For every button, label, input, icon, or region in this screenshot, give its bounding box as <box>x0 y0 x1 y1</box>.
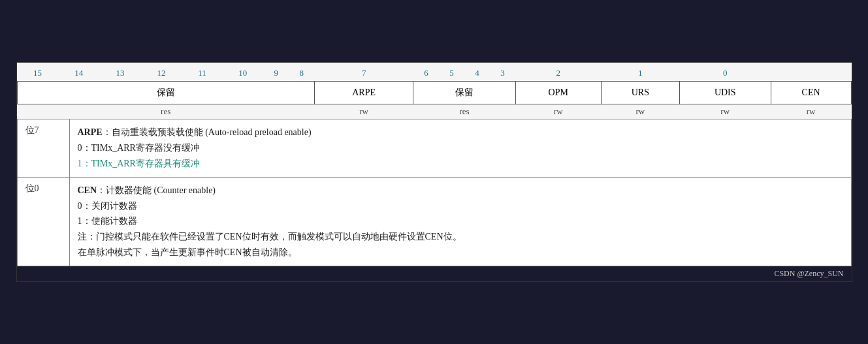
cen-bit-label: 位0 <box>17 177 69 266</box>
register-doc: 15 14 13 12 11 10 9 8 7 6 5 4 3 2 1 0 保留… <box>16 62 852 281</box>
bit-fields-row: 保留 ARPE 保留 OPM URS UDIS CEN <box>17 82 851 104</box>
arpe-bit-number: 位7 <box>25 125 39 135</box>
access-rw-opm: rw <box>515 104 601 119</box>
access-res-high: res <box>17 104 314 119</box>
bit-2: 2 <box>515 65 601 82</box>
field-urs: URS <box>601 82 679 104</box>
cen-bit-number: 位0 <box>25 183 39 193</box>
bit-4: 4 <box>464 65 490 82</box>
access-rw-udis: rw <box>679 104 771 119</box>
field-udis: UDIS <box>679 82 771 104</box>
field-reserved-mid: 保留 <box>413 82 515 104</box>
bit-12: 12 <box>141 65 182 82</box>
bit-14: 14 <box>58 65 99 82</box>
cen-line-3: 在单脉冲模式下，当产生更新事件时CEN被自动清除。 <box>78 245 843 260</box>
field-reserved-high: 保留 <box>17 82 314 104</box>
cen-line-1: 1：使能计数器 <box>78 213 843 229</box>
desc-row-cen: 位0 CEN：计数器使能 (Counter enable) 0：关闭计数器 1：… <box>17 177 851 266</box>
bit-9: 9 <box>263 65 289 82</box>
access-rw-cen: rw <box>771 104 851 119</box>
access-res-mid: res <box>413 104 515 119</box>
bit-3: 3 <box>490 65 515 82</box>
access-rw-urs: rw <box>601 104 679 119</box>
arpe-bit-label: 位7 <box>17 119 69 177</box>
footer: CSDN @Zency_SUN <box>17 266 852 281</box>
bit-8: 8 <box>289 65 314 82</box>
arpe-title-rest: ：自动重装载预装载使能 (Auto-reload preload enable) <box>103 127 312 137</box>
bit-13: 13 <box>99 65 140 82</box>
arpe-line-0: 0：TIMx_ARR寄存器没有缓冲 <box>78 140 843 156</box>
cen-line-2: 注：门控模式只能在软件已经设置了CEN位时有效，而触发模式可以自动地由硬件设置C… <box>78 229 843 245</box>
bit-access-row: res rw res rw rw rw rw <box>17 104 851 119</box>
bit-10: 10 <box>222 65 263 82</box>
field-cen: CEN <box>771 82 851 104</box>
bit-5: 5 <box>439 65 464 82</box>
cen-bold: CEN <box>78 185 97 195</box>
bit-7: 7 <box>314 65 413 82</box>
footer-text: CSDN @Zency_SUN <box>774 269 843 278</box>
arpe-line-1-teal: 1：TIMx_ARR寄存器具有缓冲 <box>78 159 200 168</box>
cen-title-rest: ：计数器使能 (Counter enable) <box>97 185 216 195</box>
arpe-title: ARPE：自动重装载预装载使能 (Auto-reload preload ena… <box>78 125 843 140</box>
arpe-bold: ARPE <box>78 127 103 137</box>
bit-15: 15 <box>17 65 58 82</box>
bit-0: 0 <box>679 65 771 82</box>
bit-numbers-row: 15 14 13 12 11 10 9 8 7 6 5 4 3 2 1 0 <box>17 65 851 82</box>
cen-line-0: 0：关闭计数器 <box>78 198 843 214</box>
bit-6: 6 <box>413 65 439 82</box>
register-header: 15 14 13 12 11 10 9 8 7 6 5 4 3 2 1 0 保留… <box>17 63 852 119</box>
bit-11: 11 <box>182 65 222 82</box>
bit-table: 15 14 13 12 11 10 9 8 7 6 5 4 3 2 1 0 保留… <box>17 65 852 119</box>
field-opm: OPM <box>515 82 601 104</box>
arpe-description: ARPE：自动重装载预装载使能 (Auto-reload preload ena… <box>69 119 851 177</box>
description-table: 位7 ARPE：自动重装载预装载使能 (Auto-reload preload … <box>17 119 852 266</box>
cen-title: CEN：计数器使能 (Counter enable) <box>78 183 843 198</box>
cen-description: CEN：计数器使能 (Counter enable) 0：关闭计数器 1：使能计… <box>69 177 851 266</box>
access-rw-arpe: rw <box>314 104 413 119</box>
bit-1: 1 <box>601 65 679 82</box>
field-arpe: ARPE <box>314 82 413 104</box>
desc-row-arpe: 位7 ARPE：自动重装载预装载使能 (Auto-reload preload … <box>17 119 851 177</box>
arpe-line-1: 1：TIMx_ARR寄存器具有缓冲 <box>78 156 843 172</box>
